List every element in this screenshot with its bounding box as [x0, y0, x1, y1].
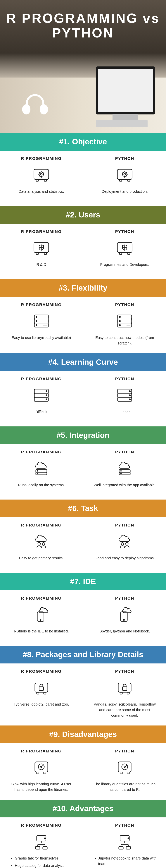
cloud-people-icon	[32, 533, 51, 550]
svg-point-27	[119, 324, 121, 326]
svg-rect-81	[126, 846, 131, 849]
svg-point-19	[36, 316, 37, 317]
left-desc-list: Graphs talk for themselves Huge catalog …	[7, 856, 75, 868]
section-header-disadvantages: #9. Disadvantages	[0, 725, 166, 743]
svg-point-48	[38, 542, 40, 545]
left-desc: RStudio is the IDE to be installed.	[7, 628, 75, 634]
left-label: R PROGRAMMING	[7, 823, 75, 828]
section-header-flexibility: #3. Flexibility	[0, 279, 166, 297]
svg-point-32	[46, 395, 47, 396]
section-header-packages: #8. Packages and Library Details	[0, 646, 166, 663]
svg-rect-54	[121, 612, 127, 621]
right-desc: Good and easy to deploy algorithms.	[91, 555, 159, 561]
left-label: R PROGRAMMING	[7, 156, 75, 161]
section-header-task: #6. Task	[0, 499, 166, 517]
left-label: R PROGRAMMING	[7, 596, 75, 601]
right-label: PYTHON	[91, 749, 159, 753]
svg-rect-12	[44, 252, 46, 254]
left-desc: Tydiverse, ggplot2, caret and zoo.	[7, 702, 75, 707]
cloud-phone-icon	[32, 606, 51, 623]
svg-rect-11	[36, 252, 38, 254]
section-header-integration: #5. Integration	[0, 427, 166, 444]
section-header-learning: #4. Learning Curve	[0, 353, 166, 371]
left-col: R PROGRAMMING Runs locally on the system…	[0, 444, 82, 499]
svg-point-2	[40, 173, 42, 175]
right-label: PYTHON	[91, 669, 159, 674]
svg-rect-80	[119, 846, 123, 849]
left-col: R PROGRAMMING Data analysis and statisti…	[0, 151, 82, 206]
section-header-objective: #1. Objective	[0, 133, 166, 151]
right-desc-list: Jupyter notebook to share data with team…	[91, 856, 159, 868]
comparison-integration: R PROGRAMMING Runs locally on the system…	[0, 444, 166, 499]
stack-icon	[32, 387, 51, 404]
svg-rect-4	[44, 180, 46, 181]
right-col: PYTHON Spyder, Ipython and Notebook.	[84, 590, 166, 646]
svg-rect-52	[37, 612, 44, 621]
svg-point-50	[121, 542, 124, 545]
left-desc: Data analysis and statistics.	[7, 189, 75, 194]
list-item: Graphs talk for themselves	[15, 856, 73, 861]
cloud-server-icon	[32, 460, 51, 477]
svg-rect-76	[35, 846, 40, 849]
keyboard-illustration	[96, 120, 147, 127]
right-col: PYTHON Programmes and Developers.	[84, 224, 166, 279]
headphones-illustration	[22, 94, 48, 116]
comparison-task: R PROGRAMMING Easy to get primary result…	[0, 517, 166, 572]
svg-point-38	[129, 395, 130, 396]
svg-point-42	[37, 470, 38, 471]
right-label: PYTHON	[91, 450, 159, 455]
right-desc: Programmes and Developers.	[91, 262, 159, 267]
left-desc: Easy to use library(readily available)	[7, 335, 75, 340]
svg-rect-3	[36, 180, 38, 181]
list-item: Huge catalog for data analysis	[15, 863, 73, 868]
svg-point-46	[121, 470, 121, 471]
comparison-advantages: R PROGRAMMING Graphs talk for themselves…	[0, 817, 166, 868]
left-desc: Difficult	[7, 409, 75, 414]
svg-rect-0	[34, 169, 49, 180]
cloud-people-icon	[115, 533, 134, 550]
advantages-right-list: Jupyter notebook to share data with team…	[93, 856, 157, 868]
comparison-disadvantages: R PROGRAMMING Slow with high learning cu…	[0, 743, 166, 800]
infographic-container: R PROGRAMMING vs PYTHON #1. Objective R …	[0, 0, 166, 868]
right-desc: The library quantities are not as much a…	[91, 781, 159, 792]
left-desc: Slow with high learning curve. A user ha…	[7, 781, 75, 792]
right-col: PYTHON Well integrated with the app avai…	[84, 444, 166, 499]
comparison-objective: R PROGRAMMING Data analysis and statisti…	[0, 151, 166, 206]
svg-rect-15	[128, 252, 130, 254]
svg-point-21	[36, 324, 37, 326]
comparison-learning: R PROGRAMMING Difficult PYTHON Linear	[0, 371, 166, 427]
comparison-ide: R PROGRAMMING RStudio is the IDE to be i…	[0, 590, 166, 646]
right-col: PYTHON Pandas, scipy, scikit-learn, Tens…	[84, 663, 166, 725]
left-label: R PROGRAMMING	[7, 302, 75, 307]
shield-drive-icon	[32, 240, 51, 256]
server-icon	[115, 313, 134, 329]
right-col: PYTHON Linear	[84, 371, 166, 427]
right-desc: Easy to construct new models (from scrat…	[91, 335, 159, 346]
hero-section: R PROGRAMMING vs PYTHON	[0, 0, 166, 133]
network-drive-icon	[32, 833, 51, 850]
cloud-server-icon	[115, 460, 134, 477]
left-col: R PROGRAMMING Graphs talk for themselves…	[0, 817, 82, 868]
gear-drive-icon	[115, 166, 134, 183]
right-col: PYTHON Good and easy to deploy algorithm…	[84, 517, 166, 572]
disk-drive-icon	[115, 759, 134, 776]
gear-drive-icon	[32, 166, 51, 183]
svg-point-33	[46, 399, 47, 400]
left-label: R PROGRAMMING	[7, 749, 75, 753]
shield-drive-icon	[115, 240, 134, 256]
svg-point-55	[123, 619, 125, 620]
svg-point-51	[126, 542, 128, 545]
left-label: R PROGRAMMING	[7, 523, 75, 528]
comparison-users: R PROGRAMMING R & D PYTHON Programmes an…	[0, 224, 166, 279]
svg-rect-64	[35, 762, 48, 772]
left-desc: Easy to get primary results.	[7, 555, 75, 561]
svg-rect-9	[128, 180, 130, 181]
svg-rect-57	[39, 687, 43, 690]
right-label: PYTHON	[91, 229, 159, 234]
svg-rect-69	[118, 762, 131, 772]
svg-rect-63	[127, 692, 129, 694]
left-label: R PROGRAMMING	[7, 229, 75, 234]
section-header-users: #2. Users	[0, 206, 166, 224]
advantages-left-list: Graphs talk for themselves Huge catalog …	[9, 856, 73, 868]
hero-title-line1: R PROGRAMMING vs	[6, 11, 160, 26]
